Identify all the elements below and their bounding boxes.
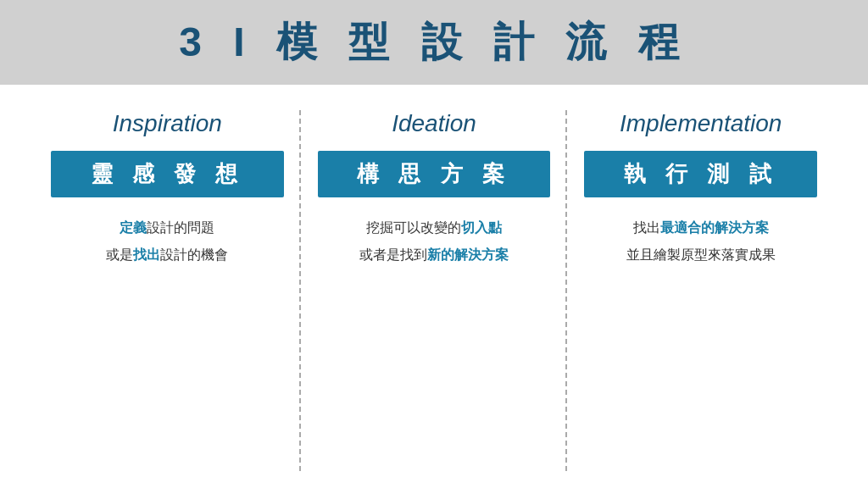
desc-ideation: 挖掘可以改變的切入點或者是找到新的解決方案 [359, 214, 509, 269]
desc-part: 挖掘可以改變的 [366, 220, 461, 235]
desc-part: 新的解決方案 [427, 247, 509, 262]
badge-implementation: 執 行 測 試 [584, 151, 817, 197]
title-bar: 3 I 模 型 設 計 流 程 [0, 0, 868, 85]
heading-inspiration: Inspiration [113, 110, 222, 137]
column-implementation: Implementation執 行 測 試找出最適合的解決方案並且繪製原型來落實… [567, 110, 834, 471]
desc-part: 定義 [120, 220, 147, 235]
desc-part: 找出 [133, 247, 160, 262]
page-title: 3 I 模 型 設 計 流 程 [179, 15, 688, 69]
heading-ideation: Ideation [392, 110, 476, 137]
column-inspiration: Inspiration靈 感 發 想定義設計的問題或是找出設計的機會 [34, 110, 301, 471]
desc-part: 切入點 [461, 220, 502, 235]
desc-inspiration: 定義設計的問題或是找出設計的機會 [106, 214, 228, 269]
desc-part: 找出 [633, 220, 660, 235]
badge-ideation: 構 思 方 案 [318, 151, 551, 197]
desc-implementation: 找出最適合的解決方案並且繪製原型來落實成果 [626, 214, 776, 269]
desc-part: 最適合的解決方案 [660, 220, 769, 235]
desc-part: 設計的問題 [147, 220, 214, 235]
badge-inspiration: 靈 感 發 想 [51, 151, 284, 197]
column-ideation: Ideation構 思 方 案挖掘可以改變的切入點或者是找到新的解決方案 [301, 110, 568, 471]
desc-part: 或者是找到 [359, 247, 427, 262]
content-area: Inspiration靈 感 發 想定義設計的問題或是找出設計的機會Ideati… [0, 85, 868, 488]
desc-part: 或是 [106, 247, 133, 262]
desc-part: 設計的機會 [160, 247, 228, 262]
heading-implementation: Implementation [620, 110, 782, 137]
desc-part: 並且繪製原型來落實成果 [626, 247, 776, 262]
